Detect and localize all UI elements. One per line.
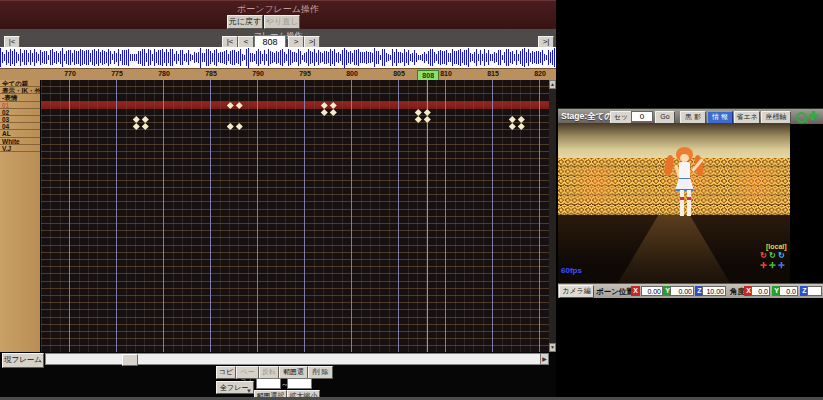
timeline-row-label[interactable]: -表情 [0,94,40,101]
stage-viewport[interactable] [558,123,790,283]
waveform-bar [4,54,5,61]
waveform-bar [214,50,215,65]
ruler-tick-label: 815 [481,70,505,77]
waveform-bar [284,52,285,62]
keyframe-diamond[interactable] [330,109,336,115]
waveform-bar [548,50,549,64]
keyframe-diamond[interactable] [518,116,524,122]
redo-button[interactable]: やり直し [264,15,300,29]
timeline-row-label[interactable]: AL [0,130,40,137]
waveform-bar [502,55,503,60]
waveform-bar [368,52,369,64]
waveform-bar [158,50,159,65]
axis-value-input[interactable] [670,286,694,296]
keyframe-diamond[interactable] [509,123,515,129]
waveform-bar [392,49,393,67]
waveform-bar [248,48,249,68]
keyframe-diamond[interactable] [142,116,148,122]
axis-rotate-icons[interactable]: ↻↻↻ [760,251,820,261]
waveform-bar [286,54,287,61]
keyframe-diamond[interactable] [424,109,430,115]
waveform-bar [542,50,543,65]
keyframe-diamond[interactable] [133,123,139,129]
keyframe-diamond[interactable] [415,116,421,122]
move-y-icon[interactable]: ✛ [769,261,778,270]
waveform-bar [36,52,37,64]
axis-value-input[interactable] [702,286,726,296]
stage-frame-input[interactable] [631,111,653,122]
waveform-bar [524,48,525,68]
waveform-bar [64,54,65,62]
waveform-bar [130,54,131,61]
keyframe-timeline-grid[interactable] [41,80,549,352]
frame-range-dropdown[interactable]: 全フレーム ▼ [216,381,254,394]
waveform-bar [244,55,245,61]
timeline-row-label[interactable]: White [0,138,40,145]
keyframe-diamond[interactable] [321,109,327,115]
scrollbar-thumb[interactable] [122,354,138,366]
keyframe-diamond[interactable] [236,123,242,129]
waveform-bar [412,53,413,61]
waveform-bar [276,51,277,64]
bone-frame-panel: ボーンフレーム操作 元に戻す やり直し フレーム操作 |< |< < > >| … [0,0,556,400]
timeline-row-label[interactable]: 01 [0,102,40,109]
axis-move-icons[interactable]: ✛✛✛ [760,261,820,271]
timeline-row-label[interactable]: 表示・IK・外親 [0,87,40,94]
waveform-bar [324,51,325,63]
character-torso [679,162,690,180]
range-from-input[interactable] [256,378,281,389]
move-x-icon[interactable]: ✛ [760,261,769,270]
undo-button[interactable]: 元に戻す [227,15,263,29]
waveform-bar [534,52,535,62]
scroll-right-icon[interactable]: ▶ [540,353,549,365]
move-z-icon[interactable]: ✛ [778,261,787,270]
rotate-x-icon[interactable]: ↻ [760,251,769,260]
keyframe-diamond[interactable] [227,123,233,129]
waveform-bar [514,54,515,62]
camera-mode-button[interactable]: カメラ編 [559,285,594,298]
axis-value-input[interactable] [779,286,798,296]
plus-icon[interactable]: ✚ [808,109,818,123]
axis-value-input[interactable] [641,286,663,296]
waveform-bar [200,48,201,68]
current-frame-button[interactable]: 現フレーム [2,353,44,368]
waveform-bar [522,49,523,66]
waveform-bar [472,54,473,62]
timeline-row-label[interactable]: 04 [0,123,40,130]
waveform-bar [138,51,139,64]
scroll-down-icon[interactable]: ▼ [549,343,556,352]
keyframe-diamond[interactable] [518,123,524,129]
waveform-bar [380,55,381,61]
waveform-bar [16,52,17,64]
edit-button[interactable]: コピー [216,366,236,379]
waveform-bar [440,50,441,65]
range-to-input[interactable] [287,378,312,389]
magnifier-icon[interactable] [796,112,807,123]
waveform-bar [246,49,247,65]
waveform-bar [24,50,25,64]
waveform-bar [370,52,371,63]
timeline-row-label[interactable]: 02 [0,109,40,116]
waveform-bar [210,51,211,64]
waveform-bar [338,52,339,63]
scroll-up-icon[interactable]: ▲ [549,80,556,89]
waveform-bar [398,52,399,63]
waveform-bar [458,50,459,65]
timeline-row-label[interactable]: 03 [0,116,40,123]
keyframe-diamond[interactable] [424,116,430,122]
waveform-bar [2,52,3,63]
waveform-bar [180,50,181,66]
rotate-y-icon[interactable]: ↻ [769,251,778,260]
vertical-scrollbar[interactable]: ▲ ▼ [549,80,556,352]
waveform-bar [362,52,363,63]
axis-value-input[interactable] [807,286,822,296]
waveform-bar [332,51,333,63]
stage-glow-right [726,163,786,203]
rotate-z-icon[interactable]: ↻ [778,251,787,260]
axis-value-input[interactable] [751,286,770,296]
keyframe-diamond[interactable] [142,123,148,129]
horizontal-scrollbar[interactable] [45,353,549,365]
waveform-bar [132,54,133,61]
timeline-row-label[interactable]: V.J [0,145,40,152]
timeline-row-label[interactable]: 全ての親 [0,80,40,87]
